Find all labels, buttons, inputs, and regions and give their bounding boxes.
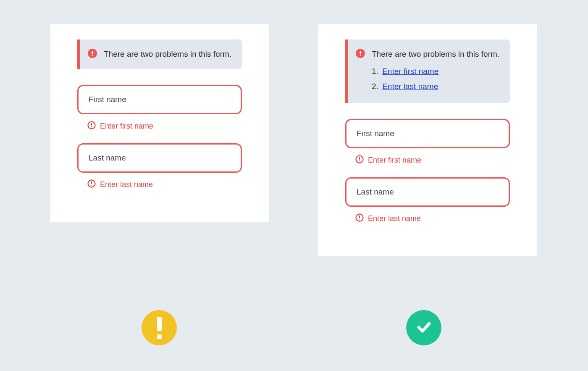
- example-card-warning: There are two problems in this form. Ent…: [50, 24, 269, 222]
- exclamation-icon: [157, 317, 162, 339]
- svg-rect-11: [360, 55, 361, 56]
- checkmark-icon: [414, 317, 433, 338]
- error-icon: [87, 179, 96, 190]
- svg-rect-10: [360, 51, 361, 54]
- error-link-last-name[interactable]: Enter last name: [382, 82, 438, 91]
- svg-rect-14: [359, 160, 360, 161]
- status-badge-ok: [406, 310, 441, 345]
- svg-rect-2: [92, 55, 93, 56]
- svg-rect-8: [91, 185, 92, 186]
- svg-rect-1: [92, 51, 93, 54]
- example-card-ok: There are two problems in this form. 1. …: [318, 24, 537, 256]
- error-link-first-name[interactable]: Enter first name: [382, 67, 438, 76]
- alert-error-icon: [356, 49, 365, 60]
- first-name-error: Enter first name: [355, 155, 510, 166]
- first-name-field-group: Enter first name: [345, 119, 510, 166]
- error-icon: [355, 213, 364, 224]
- first-name-error-text: Enter first name: [368, 156, 421, 165]
- svg-rect-7: [91, 182, 92, 184]
- svg-rect-13: [359, 157, 360, 159]
- last-name-error-text: Enter last name: [368, 214, 421, 223]
- alert-error-icon: [88, 49, 97, 60]
- error-summary-text: There are two problems in this form.: [104, 48, 233, 61]
- error-summary-links: 1. Enter first name 2. Enter last name: [372, 64, 501, 94]
- error-summary-alert: There are two problems in this form. 1. …: [345, 39, 510, 103]
- last-name-error-text: Enter last name: [100, 180, 153, 189]
- last-name-input[interactable]: [345, 177, 510, 207]
- first-name-field-group: Enter first name: [77, 85, 242, 132]
- error-link-ordinal: 2.: [372, 82, 378, 91]
- svg-rect-16: [359, 215, 360, 218]
- last-name-error: Enter last name: [87, 179, 242, 190]
- svg-rect-5: [91, 126, 92, 127]
- error-icon: [87, 121, 96, 132]
- error-summary-alert: There are two problems in this form.: [77, 39, 242, 69]
- error-summary-text: There are two problems in this form.: [372, 48, 501, 61]
- first-name-input[interactable]: [77, 85, 242, 114]
- last-name-input[interactable]: [77, 143, 242, 173]
- first-name-error: Enter first name: [87, 121, 242, 132]
- error-icon: [355, 155, 364, 166]
- svg-rect-4: [91, 123, 92, 126]
- last-name-field-group: Enter last name: [345, 177, 510, 224]
- status-badge-warning: [142, 310, 177, 345]
- error-link-ordinal: 1.: [372, 67, 378, 76]
- first-name-input[interactable]: [345, 119, 510, 148]
- svg-rect-17: [359, 218, 360, 219]
- first-name-error-text: Enter first name: [100, 122, 153, 131]
- last-name-field-group: Enter last name: [77, 143, 242, 190]
- last-name-error: Enter last name: [355, 213, 510, 224]
